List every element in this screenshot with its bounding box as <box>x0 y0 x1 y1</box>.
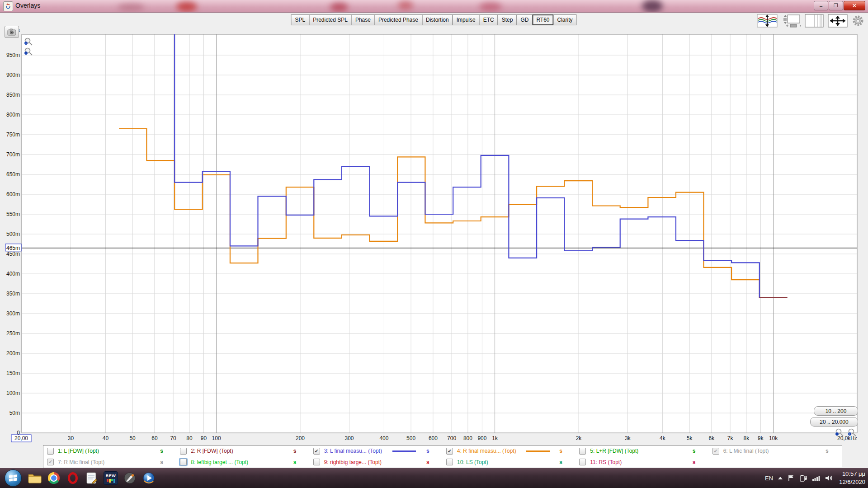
svg-text:10k: 10k <box>769 435 778 441</box>
legend-checkbox[interactable] <box>180 448 187 455</box>
y-zoom-in-icon[interactable]: + <box>24 37 33 46</box>
legend-checkbox[interactable]: ✔ <box>313 448 320 455</box>
frequency-grid-icon[interactable] <box>805 14 824 28</box>
tray-time: 10:57 μμ <box>839 470 865 478</box>
svg-text:+: + <box>25 42 27 45</box>
svg-text:9k: 9k <box>758 435 764 441</box>
tab-distortion[interactable]: Distortion <box>422 14 453 25</box>
legend-swatch-area <box>382 450 426 452</box>
start-button[interactable] <box>5 469 22 487</box>
legend-checkbox[interactable] <box>47 448 54 455</box>
legend-unit: s <box>426 459 443 465</box>
svg-text:400m: 400m <box>6 271 20 277</box>
tab-spl[interactable]: SPL <box>291 14 309 25</box>
legend-unit: s <box>160 448 176 454</box>
wallpaper-blob <box>118 4 145 11</box>
legend-label: 9: rightbig targe... (Topt) <box>324 459 382 465</box>
clock[interactable]: 10:57 μμ 12/6/2020 <box>839 470 865 486</box>
svg-text:2k: 2k <box>576 435 582 441</box>
legend-checkbox[interactable]: ✔ <box>712 448 719 455</box>
tab-gd[interactable]: GD <box>516 14 533 25</box>
legend-entry-7[interactable]: ✔7: R Mic final (Topt)s <box>43 457 176 468</box>
svg-text:100m: 100m <box>6 390 20 396</box>
legend-checkbox[interactable] <box>313 459 320 465</box>
settings-gear-icon[interactable] <box>852 14 864 28</box>
pan-icon[interactable] <box>828 14 848 28</box>
show-hidden-icon[interactable] <box>778 476 783 480</box>
legend-entry-3[interactable]: ✔3: L final measu... (Topt)s <box>310 446 443 457</box>
tray-date: 12/6/2020 <box>839 478 865 486</box>
text-editor-icon[interactable] <box>83 469 100 487</box>
taskbar: REW EN <box>0 468 868 488</box>
rew-icon[interactable]: REW <box>102 469 119 487</box>
legend-checkbox[interactable] <box>579 448 586 455</box>
legend-swatch-area <box>516 450 560 452</box>
opera-icon[interactable] <box>64 469 81 487</box>
legend-entry-6[interactable]: ✔6: L Mic final (Topt)s <box>709 446 842 457</box>
network-icon[interactable] <box>812 475 820 481</box>
tab-clarity[interactable]: Clarity <box>553 14 577 25</box>
window-title: Overlays <box>15 2 40 9</box>
fit-traces-icon[interactable] <box>757 14 778 28</box>
legend-entry-8[interactable]: 8: leftbig target ... (Topt)s <box>176 457 309 468</box>
file-explorer-icon[interactable] <box>26 469 43 487</box>
legend-checkbox[interactable] <box>446 459 453 465</box>
window-titlebar[interactable]: Overlays – ❐ ✕ <box>0 0 868 13</box>
maximize-button[interactable]: ❐ <box>829 1 843 10</box>
svg-text:20,00: 20,00 <box>14 435 28 441</box>
tab-rt60[interactable]: RT60 <box>532 14 553 25</box>
legend-line-swatch <box>392 450 416 452</box>
chrome-icon[interactable] <box>45 469 62 487</box>
range-button-20-20000[interactable]: 20 .. 20.000 <box>810 417 858 427</box>
capture-button[interactable] <box>5 26 19 38</box>
legend-line-swatch <box>526 450 550 452</box>
legend-checkbox[interactable]: ✔ <box>47 459 54 465</box>
tab-predicted-phase[interactable]: Predicted Phase <box>374 14 422 25</box>
legend-label: 11: RS (Topt) <box>590 459 622 465</box>
legend-entry-1[interactable]: 1: L [FDW] (Topt)s <box>43 446 176 457</box>
legend-entry-4[interactable]: ✔4: R final measu... (Topt)s <box>443 446 576 457</box>
svg-text:+: + <box>849 432 851 436</box>
tab-impulse[interactable]: Impulse <box>453 14 480 25</box>
tab-etc[interactable]: ETC <box>479 14 498 25</box>
svg-text:8k: 8k <box>744 435 750 441</box>
graph-tab-bar: SPLPredicted SPLPhasePredicted PhaseDist… <box>291 14 576 25</box>
flag-icon[interactable] <box>788 474 795 482</box>
range-button-10-200[interactable]: 10 .. 200 <box>814 406 858 416</box>
paint-app-icon[interactable] <box>121 469 138 487</box>
camera-icon <box>7 28 16 36</box>
wallpaper-blob <box>642 0 663 12</box>
volume-icon[interactable] <box>825 474 833 482</box>
x-zoom-out-icon[interactable]: − <box>835 428 844 437</box>
legend-label: 8: leftbig target ... (Topt) <box>191 459 248 465</box>
legend-checkbox[interactable] <box>180 459 187 465</box>
close-button[interactable]: ✕ <box>844 1 865 10</box>
svg-text:30: 30 <box>68 435 74 441</box>
svg-text:500: 500 <box>406 435 415 441</box>
svg-text:50: 50 <box>129 435 136 441</box>
x-zoom-in-icon[interactable]: + <box>847 428 857 437</box>
language-indicator[interactable]: EN <box>765 475 773 482</box>
power-plug-icon[interactable] <box>799 474 807 482</box>
legend-entry-2[interactable]: 2: R [FDW] (Topt)s <box>176 446 309 457</box>
media-player-icon[interactable] <box>140 469 157 487</box>
minimize-button[interactable]: – <box>814 1 828 10</box>
tab-step[interactable]: Step <box>498 14 517 25</box>
y-zoom-out-icon[interactable]: − <box>24 47 33 56</box>
svg-text:450m: 450m <box>6 251 20 257</box>
svg-text:300m: 300m <box>6 310 20 317</box>
svg-text:550m: 550m <box>6 211 20 217</box>
tab-predicted-spl[interactable]: Predicted SPL <box>309 14 352 25</box>
legend-checkbox[interactable] <box>579 459 586 465</box>
legend-entry-10[interactable]: 10: LS (Topt)s <box>443 457 576 468</box>
legend-checkbox[interactable]: ✔ <box>446 448 453 455</box>
svg-text:800m: 800m <box>6 112 20 118</box>
legend-label: 6: L Mic final (Topt) <box>723 448 769 454</box>
tab-phase[interactable]: Phase <box>351 14 375 25</box>
legend-entry-5[interactable]: 5: L+R [FDW] (Topt)s <box>576 446 708 457</box>
wallpaper-blob <box>398 1 413 10</box>
scroll-config-icon[interactable] <box>782 14 801 28</box>
legend-entry-11[interactable]: 11: RS (Topt)s <box>576 457 708 468</box>
svg-text:50m: 50m <box>9 410 20 416</box>
legend-entry-9[interactable]: 9: rightbig targe... (Topt)s <box>310 457 443 468</box>
